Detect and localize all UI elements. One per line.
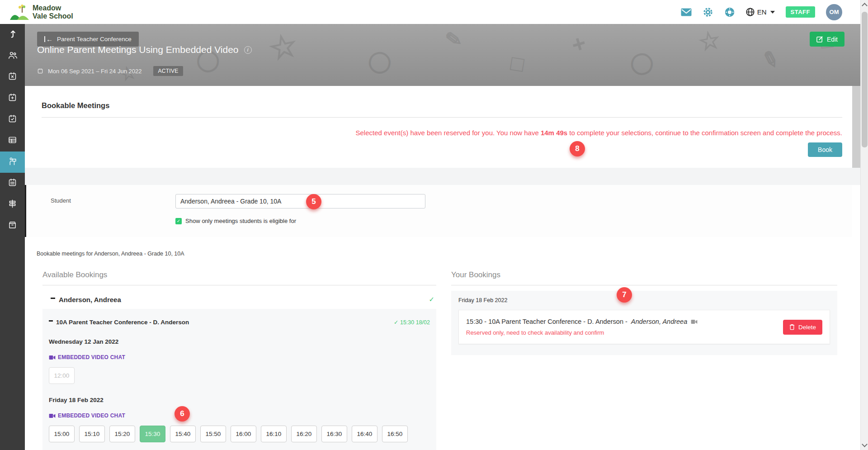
time-slot-16:50[interactable]: 16:50 [382,426,408,442]
chevron-down-icon [770,11,775,14]
page-title: Online Parent Meetings Using Embedded Vi… [37,44,239,55]
sidebar-item-level-up[interactable] [0,24,25,45]
student-group-name: Anderson, Andreea [59,296,121,303]
language-selector[interactable]: EN [746,8,775,16]
sidebar-item-calendar-x[interactable] [0,66,25,88]
gear-icon[interactable] [703,7,713,18]
bookable-meetings-panel-wrap: Bookable Meetings Selected event(s) have… [25,86,860,168]
booking-entry-text: 15:30 - 10A Parent Teacher Conference - … [466,318,627,325]
time-slot-15:40[interactable]: 15:40 [170,426,196,442]
step-badge-6: 6 [175,406,190,422]
channel-label: EMBEDDED VIDEO CHAT [58,412,125,419]
student-group-header[interactable]: Anderson, Andreea ✓ [42,295,436,303]
table-icon [8,135,17,147]
sidebar-item-calendar-days[interactable] [0,173,25,194]
book-button[interactable]: Book [808,142,842,157]
edit-button[interactable]: Edit [810,32,844,47]
divider [42,285,436,285]
time-slot-16:10[interactable]: 16:10 [261,426,287,442]
time-slot-15:20[interactable]: 15:20 [109,426,135,442]
day-date: Wednesday 12 Jan 2022 [49,338,430,345]
avatar[interactable]: OM [826,4,842,20]
delete-button[interactable]: Delete [783,320,822,335]
status-badge: ACTIVE [153,66,183,76]
pencil-square-icon [816,36,823,43]
meeting-title[interactable]: 10A Parent Teacher Conference - D. Ander… [56,319,189,326]
time-slot-row: 15:0015:1015:2015:3015:4015:5016:0016:10… [49,426,430,442]
sidebar-item-people[interactable] [0,45,25,66]
trash-icon [789,324,795,330]
scrollbar-thumb[interactable] [862,12,868,147]
mail-icon[interactable] [681,7,692,18]
globe-icon [746,8,755,16]
student-panel: Student ✓ Show only meetings students is… [25,185,852,237]
staff-badge: STAFF [786,6,815,18]
divider [42,117,842,118]
signpost-icon [8,199,17,210]
back-button-label: Parent Teacher Conference [57,36,132,43]
sidebar-item-calendar-plus[interactable] [0,88,25,109]
sidebar [0,24,25,450]
channel-label: EMBEDDED VIDEO CHAT [58,354,125,360]
day-section: Wednesday 12 Jan 2022 EMBEDDED VIDEO CHA… [49,338,430,384]
student-field-label: Student [51,194,175,208]
available-bookings-heading: Available Bookings [42,270,436,279]
sidebar-item-calendar-check[interactable] [0,109,25,130]
vertical-scrollbar[interactable] [860,0,868,450]
divider [451,285,837,285]
notice-text-pre: Selected event(s) have been reserved for… [356,129,541,137]
your-bookings-box: Friday 18 Feb 2022 15:30 - 10A Parent Te… [451,291,837,355]
info-icon[interactable]: i [244,46,252,54]
time-slot-12:00: 12:00 [49,367,75,384]
time-slot-16:00[interactable]: 16:00 [231,426,256,442]
back-arrow-icon: ← [44,36,53,42]
booking-reserved-note: Reserved only, need to check availabilit… [466,329,698,336]
lectern-icon [8,156,17,168]
sidebar-item-signpost[interactable] [0,194,25,215]
calendar-check-icon [8,114,17,125]
video-camera-icon [49,355,56,360]
bookable-meetings-panel: Bookable Meetings Selected event(s) have… [25,86,852,168]
event-date-range: Mon 06 Sep 2021 – Fri 24 Jun 2022 [48,68,142,75]
booking-entry-student: Anderson, Andreea [631,318,687,325]
time-slot-15:00[interactable]: 15:00 [49,426,75,442]
reservation-notice: Selected event(s) have been reserved for… [42,129,842,137]
scroll-up-icon[interactable] [862,3,868,9]
sidebar-item-archive[interactable] [0,215,25,237]
your-bookings-heading: Your Bookings [451,270,837,279]
eligible-checkbox-label: Show only meetings students is eligible … [185,218,296,224]
sidebar-item-lectern-active[interactable] [0,152,25,173]
step-badge-5: 5 [306,194,321,209]
help-ring-icon[interactable] [724,7,735,18]
time-slot-15:50[interactable]: 15:50 [200,426,226,442]
notice-text-post: to complete your selections, continue to… [567,129,842,137]
time-slot-row: 12:00 [49,367,430,384]
time-slot-16:20[interactable]: 16:20 [291,426,317,442]
time-slot-16:40[interactable]: 16:40 [352,426,377,442]
collapse-minus-icon [51,298,55,299]
calendar-plus-icon [8,93,17,104]
booking-card: 15:30 - 10A Parent Teacher Conference - … [458,310,830,344]
language-code: EN [757,8,767,16]
topbar: Meadow Vale School EN STAFF OM [0,0,860,24]
student-input[interactable] [175,194,425,208]
calendar-days-icon [8,178,17,189]
available-bookings-column: Available Bookings Anderson, Andreea ✓ 1… [42,270,436,450]
time-slot-16:30[interactable]: 16:30 [321,426,347,442]
booking-date: Friday 18 Feb 2022 [458,297,830,303]
time-slot-15:30[interactable]: 15:30 [140,426,165,442]
archive-icon [8,220,17,232]
spacer-band [25,168,860,185]
step-badge-7: 7 [617,287,632,303]
step-badge-8: 8 [570,141,585,156]
eligible-checkbox[interactable]: ✓ [175,218,182,224]
edit-button-label: Edit [827,36,838,43]
page-header: ☆ ◯ ✎ □ + ◯ ☆ ✎ □ ◯ ☆ ← Parent Teacher C… [25,24,860,86]
main-content: ☆ ◯ ✎ □ + ◯ ☆ ✎ □ ◯ ☆ ← Parent Teacher C… [25,24,860,450]
sidebar-item-table[interactable] [0,130,25,152]
bookable-meetings-caption: Bookable meetings for Anderson, Andreea … [37,251,860,257]
time-slot-15:10[interactable]: 15:10 [79,426,105,442]
delete-button-label: Delete [798,324,816,331]
scroll-down-icon[interactable] [862,441,868,447]
day-date: Friday 18 Feb 2022 [49,397,430,403]
